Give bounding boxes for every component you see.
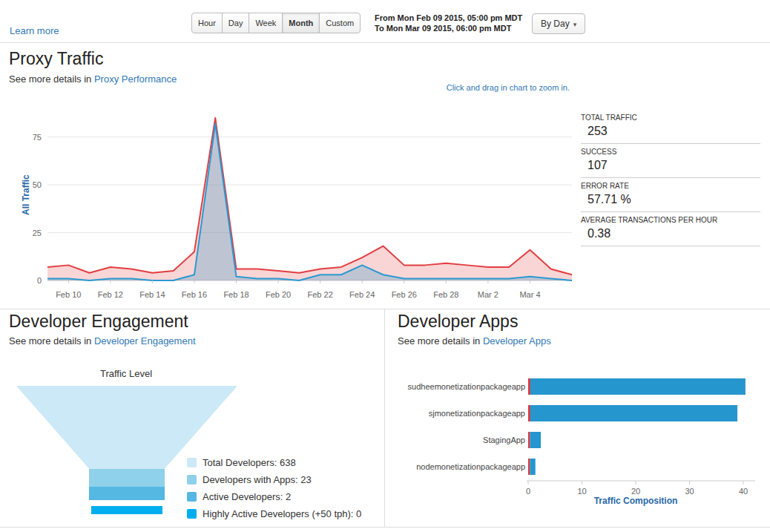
svg-text:0: 0	[37, 276, 42, 285]
funnel-stage-active-developers	[89, 487, 165, 500]
stat-value: 0.38	[588, 227, 760, 240]
svg-text:Feb 14: Feb 14	[139, 290, 165, 299]
stat-label: ERROR RATE	[581, 182, 760, 190]
stat-error-rate: ERROR RATE 57.71 %	[581, 178, 760, 212]
legend-item-active-developers: Active Developers: 2	[187, 491, 361, 502]
legend-item-highly-active-developers: Highly Active Developers (+50 tph): 0	[187, 508, 361, 519]
legend-label: Highly Active Developers (+50 tph): 0	[203, 508, 361, 519]
developer-apps-subtitle: See more details in Developer Apps	[398, 335, 551, 347]
svg-text:75: 75	[33, 133, 42, 142]
stat-label: AVERAGE TRANSACTIONS PER HOUR	[581, 216, 760, 224]
funnel-title: Traffic Level	[45, 368, 208, 379]
proxy-subtitle-text: See more details in	[9, 73, 91, 85]
legend-label: Developers with Apps: 23	[203, 474, 312, 485]
apps-chart-x-axis-label: Traffic Composition	[528, 496, 743, 506]
stat-total-traffic: TOTAL TRAFFIC 253	[581, 110, 760, 144]
header-divider	[0, 42, 770, 43]
legend-label: Active Developers: 2	[203, 491, 291, 502]
proxy-traffic-subtitle: See more details in Proxy Performance	[9, 73, 177, 85]
svg-text:40: 40	[739, 487, 748, 496]
svg-text:Feb 20: Feb 20	[266, 290, 291, 299]
svg-text:Feb 10: Feb 10	[56, 290, 81, 299]
analytics-dashboard: Learn more Hour Day Week Month Custom Fr…	[0, 0, 770, 532]
dev-engagement-subtitle-text: See more details in	[9, 335, 91, 347]
developer-engagement-title: Developer Engagement	[9, 312, 188, 332]
legend-label: Total Developers: 638	[203, 457, 296, 468]
learn-more-link[interactable]: Learn more	[10, 25, 59, 36]
stat-avg-tph: AVERAGE TRANSACTIONS PER HOUR 0.38	[581, 212, 760, 246]
developer-apps-title: Developer Apps	[398, 312, 518, 332]
range-week-button[interactable]: Week	[249, 13, 283, 33]
svg-text:0: 0	[526, 487, 530, 496]
svg-text:sudheemonetizationpackageapp: sudheemonetizationpackageapp	[408, 382, 525, 391]
svg-text:20: 20	[631, 487, 640, 496]
legend-swatch	[187, 492, 197, 502]
stat-value: 107	[588, 159, 760, 172]
svg-text:25: 25	[33, 229, 42, 237]
date-to-text: To Mon Mar 09 2015, 06:00 pm MDT	[375, 23, 522, 33]
group-by-label: By Day	[541, 19, 570, 29]
proxy-traffic-title: Proxy Traffic	[9, 49, 103, 69]
range-day-button[interactable]: Day	[222, 13, 250, 33]
date-from-text: From Mon Feb 09 2015, 05:00 pm MDT	[375, 13, 522, 23]
stat-success: SUCCESS 107	[581, 144, 760, 178]
svg-text:Feb 26: Feb 26	[392, 290, 417, 299]
caret-down-icon: ▾	[573, 21, 577, 28]
proxy-stats-panel: TOTAL TRAFFIC 253 SUCCESS 107 ERROR RATE…	[581, 110, 760, 246]
proxy-traffic-chart[interactable]: 0255075Feb 10Feb 12Feb 14Feb 16Feb 18Feb…	[13, 96, 581, 304]
svg-text:Feb 18: Feb 18	[223, 290, 249, 299]
stat-label: TOTAL TRAFFIC	[581, 114, 760, 122]
svg-text:Feb 24: Feb 24	[349, 290, 375, 299]
panel-divider	[384, 309, 385, 527]
legend-swatch	[187, 475, 197, 485]
stat-value: 57.71 %	[588, 193, 760, 206]
date-range-display: From Mon Feb 09 2015, 05:00 pm MDT To Mo…	[375, 13, 522, 33]
funnel-stage-developers-with-apps	[89, 469, 165, 487]
dev-apps-subtitle-text: See more details in	[398, 335, 480, 347]
legend-item-total-developers: Total Developers: 638	[187, 457, 361, 468]
range-month-button[interactable]: Month	[282, 13, 320, 33]
funnel-stage-highly-active-developers	[91, 506, 162, 514]
group-by-dropdown[interactable]: By Day▾	[532, 13, 585, 34]
developer-apps-chart[interactable]: 010203040sudheemonetizationpackageappsjm…	[389, 365, 764, 497]
svg-text:30: 30	[685, 487, 694, 496]
time-range-segmented-control: Hour Day Week Month Custom	[191, 13, 361, 33]
svg-text:10: 10	[577, 487, 586, 496]
range-custom-button[interactable]: Custom	[319, 13, 361, 33]
svg-text:Feb 22: Feb 22	[308, 290, 333, 299]
footer-divider	[0, 527, 770, 528]
section-divider	[0, 309, 770, 309]
developer-engagement-link[interactable]: Developer Engagement	[94, 335, 196, 347]
proxy-performance-link[interactable]: Proxy Performance	[94, 73, 177, 85]
developer-engagement-subtitle: See more details in Developer Engagement	[9, 335, 196, 347]
svg-text:Feb 28: Feb 28	[433, 290, 458, 299]
legend-swatch	[187, 509, 197, 519]
svg-text:Feb 12: Feb 12	[98, 290, 123, 299]
svg-text:nodemonetizationpackageapp: nodemonetizationpackageapp	[416, 462, 525, 471]
stat-value: 253	[588, 125, 760, 138]
svg-text:Mar 4: Mar 4	[519, 290, 540, 299]
legend-swatch	[187, 458, 197, 467]
svg-text:Mar 2: Mar 2	[478, 290, 498, 299]
stat-label: SUCCESS	[581, 148, 760, 156]
legend-item-developers-with-apps: Developers with Apps: 23	[187, 474, 361, 485]
svg-text:Feb 16: Feb 16	[182, 290, 207, 299]
range-hour-button[interactable]: Hour	[191, 13, 223, 33]
funnel-legend: Total Developers: 638 Developers with Ap…	[187, 457, 361, 525]
developer-apps-link[interactable]: Developer Apps	[483, 335, 551, 347]
svg-text:StagingApp: StagingApp	[483, 436, 525, 444]
zoom-hint-text: Click and drag in chart to zoom in.	[347, 83, 570, 92]
svg-text:sjmonetizationpackageapp: sjmonetizationpackageapp	[429, 409, 525, 418]
svg-text:50: 50	[33, 180, 42, 189]
